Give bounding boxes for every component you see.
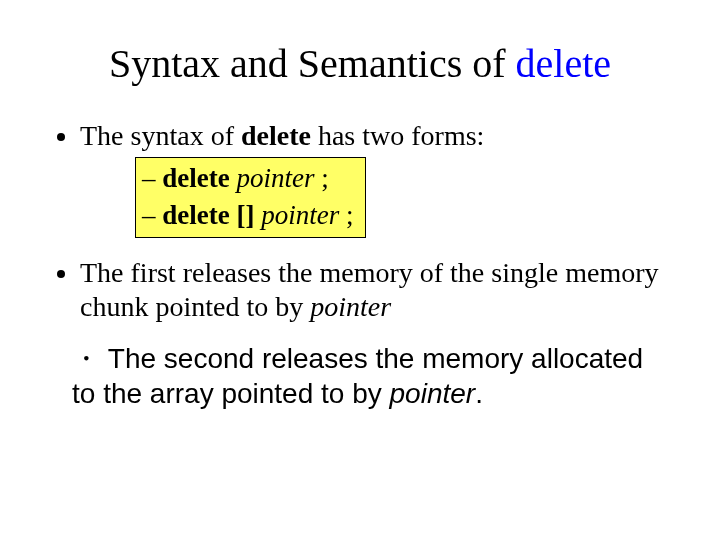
slide: Syntax and Semantics of delete The synta… <box>0 0 720 540</box>
bullet2-var: pointer <box>310 291 391 322</box>
row1-var: pointer <box>236 163 314 193</box>
row2-end: ; <box>339 200 353 230</box>
bullet1-keyword: delete <box>241 120 311 151</box>
slide-title: Syntax and Semantics of delete <box>50 40 670 87</box>
bullet1-lead: The syntax of <box>80 120 241 151</box>
row2-keyword: delete [] <box>162 200 254 230</box>
bullet-3: ・ The second releases the memory allocat… <box>72 342 670 410</box>
title-prefix: Syntax and Semantics of <box>109 41 516 86</box>
bullet-2: The first releases the memory of the sin… <box>80 256 670 324</box>
row2-var: pointer <box>261 200 339 230</box>
bullet-list: The syntax of delete has two forms: – de… <box>50 119 670 411</box>
syntax-highlight-box: – delete pointer ; – delete [] pointer ; <box>135 157 366 238</box>
dash-icon: – <box>142 163 162 193</box>
row1-end: ; <box>314 163 328 193</box>
title-keyword: delete <box>516 41 612 86</box>
syntax-row-1: – delete pointer ; <box>142 160 353 196</box>
syntax-row-2: – delete [] pointer ; <box>142 197 353 233</box>
bullet3-end: . <box>475 378 483 409</box>
bullet-1: The syntax of delete has two forms: – de… <box>80 119 670 238</box>
bullet3-text: The second releases the memory allocated… <box>72 343 643 408</box>
bullet1-tail: has two forms: <box>311 120 484 151</box>
bullet3-dot-icon: ・ <box>72 343 100 374</box>
row1-keyword: delete <box>162 163 229 193</box>
dash-icon: – <box>142 200 162 230</box>
bullet3-var: pointer <box>390 378 476 409</box>
